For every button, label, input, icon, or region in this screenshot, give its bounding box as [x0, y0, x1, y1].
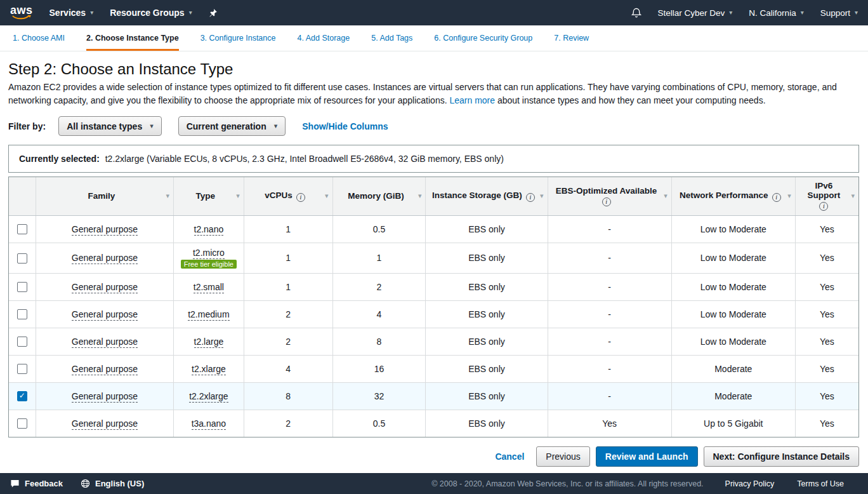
- table-row[interactable]: General purpose t2.2xlarge 8 32 EBS only…: [9, 382, 858, 410]
- instance-table-container: Family ▾ Type ▾ vCPUsi ▾ Memory (GiB) ▾: [8, 177, 859, 437]
- instance-types-dropdown[interactable]: All instance types ▾: [58, 116, 162, 136]
- cell-ipv6: Yes: [795, 243, 858, 273]
- col-header-type[interactable]: Type ▾: [174, 177, 244, 215]
- resource-groups-menu[interactable]: Resource Groups ▾: [110, 8, 192, 18]
- sort-caret-icon[interactable]: ▾: [325, 192, 329, 200]
- wizard-step[interactable]: 3. Configure Instance: [201, 25, 276, 51]
- cell-checkbox: [9, 410, 36, 437]
- row-checkbox[interactable]: [17, 337, 27, 347]
- sort-caret-icon[interactable]: ▾: [787, 192, 791, 200]
- cell-storage: EBS only: [426, 243, 548, 273]
- region-menu[interactable]: N. California ▾: [749, 8, 803, 18]
- wizard-step[interactable]: 6. Configure Security Group: [434, 25, 532, 51]
- storage-header-label: Instance Storage (GB): [432, 190, 522, 200]
- cell-memory: 0.5: [332, 215, 426, 243]
- cell-type: t2.small: [174, 273, 244, 300]
- table-row[interactable]: General purpose t2.large 2 8 EBS only - …: [9, 328, 858, 355]
- row-checkbox[interactable]: [17, 391, 27, 401]
- wizard-step[interactable]: 2. Choose Instance Type: [86, 25, 179, 51]
- cell-storage: EBS only: [426, 300, 548, 328]
- privacy-policy-link[interactable]: Privacy Policy: [725, 479, 775, 488]
- chevron-down-icon: ▾: [729, 10, 732, 16]
- generation-dropdown[interactable]: Current generation ▾: [178, 116, 286, 136]
- description-tail: about instance types and how they can me…: [497, 95, 766, 105]
- cell-vcpus: 2: [244, 300, 332, 328]
- col-header-storage[interactable]: Instance Storage (GB)i ▾: [426, 177, 548, 215]
- select-all-header: [9, 177, 36, 215]
- row-checkbox[interactable]: [17, 253, 27, 264]
- pin-icon[interactable]: [209, 8, 218, 18]
- info-icon[interactable]: i: [296, 193, 305, 202]
- wizard-step[interactable]: 4. Add Storage: [297, 25, 350, 51]
- notifications-bell-icon[interactable]: [631, 8, 641, 18]
- info-icon[interactable]: i: [602, 197, 611, 206]
- aws-logo[interactable]: aws: [10, 5, 33, 20]
- table-row[interactable]: General purpose t3a.nano 2 0.5 EBS only …: [9, 410, 858, 437]
- cell-type: t2.micro Free tier eligible: [174, 243, 244, 273]
- cell-network: Low to Moderate: [671, 215, 795, 243]
- instance-types-dropdown-value: All instance types: [67, 121, 142, 131]
- cell-family: General purpose: [36, 410, 173, 437]
- instance-table: Family ▾ Type ▾ vCPUsi ▾ Memory (GiB) ▾: [9, 177, 858, 437]
- col-header-network[interactable]: Network Performancei ▾: [671, 177, 795, 215]
- row-checkbox[interactable]: [17, 224, 27, 234]
- sort-caret-icon[interactable]: ▾: [664, 192, 667, 200]
- cell-ebs: -: [548, 300, 671, 328]
- learn-more-link[interactable]: Learn more: [449, 95, 495, 105]
- row-checkbox[interactable]: [17, 418, 27, 429]
- cell-family: General purpose: [36, 243, 173, 273]
- currently-selected-banner: Currently selected: t2.2xlarge (Variable…: [8, 145, 859, 173]
- cancel-button[interactable]: Cancel: [495, 451, 524, 462]
- cell-network: Up to 5 Gigabit: [671, 410, 795, 437]
- cell-checkbox: [9, 328, 36, 355]
- table-row[interactable]: General purpose t2.nano 1 0.5 EBS only -…: [9, 215, 858, 243]
- sort-caret-icon[interactable]: ▾: [166, 192, 170, 200]
- table-row[interactable]: General purpose t2.small 1 2 EBS only - …: [9, 273, 858, 300]
- cell-checkbox: [9, 215, 36, 243]
- instance-table-body: General purpose t2.nano 1 0.5 EBS only -…: [9, 215, 858, 437]
- wizard-step[interactable]: 7. Review: [554, 25, 589, 51]
- table-row[interactable]: General purpose t2.micro Free tier eligi…: [9, 243, 858, 273]
- terms-of-use-link[interactable]: Terms of Use: [797, 479, 844, 488]
- support-menu[interactable]: Support ▾: [820, 8, 858, 18]
- row-checkbox[interactable]: [17, 282, 27, 292]
- row-checkbox[interactable]: [17, 364, 27, 374]
- top-nav: aws Services ▾ Resource Groups ▾ Stellar…: [0, 0, 868, 25]
- sort-caret-icon[interactable]: ▾: [540, 192, 544, 200]
- account-menu[interactable]: Stellar Cyber Dev ▾: [658, 8, 733, 18]
- cell-memory: 8: [332, 328, 426, 355]
- info-icon[interactable]: i: [772, 193, 781, 202]
- sort-caret-icon[interactable]: ▾: [236, 192, 240, 200]
- col-header-family[interactable]: Family ▾: [36, 177, 173, 215]
- cell-ipv6: Yes: [795, 328, 858, 355]
- col-header-ebs[interactable]: EBS-Optimized Available i ▾: [548, 177, 671, 215]
- row-checkbox[interactable]: [17, 309, 27, 319]
- cell-network: Moderate: [671, 382, 795, 410]
- cell-ebs: Yes: [548, 410, 671, 437]
- language-selector[interactable]: English (US): [81, 479, 144, 488]
- next-configure-button[interactable]: Next: Configure Instance Details: [704, 446, 860, 467]
- table-row[interactable]: General purpose t2.medium 2 4 EBS only -…: [9, 300, 858, 328]
- sort-caret-icon[interactable]: ▾: [418, 192, 422, 200]
- previous-button[interactable]: Previous: [536, 446, 589, 467]
- feedback-label: Feedback: [25, 479, 63, 488]
- col-header-memory[interactable]: Memory (GiB) ▾: [332, 177, 426, 215]
- cell-memory: 32: [332, 382, 426, 410]
- family-value: General purpose: [72, 391, 138, 403]
- col-header-vcpus[interactable]: vCPUsi ▾: [244, 177, 332, 215]
- show-hide-columns-link[interactable]: Show/Hide Columns: [302, 121, 388, 131]
- feedback-button[interactable]: Feedback: [10, 479, 63, 488]
- cell-vcpus: 1: [244, 243, 332, 273]
- cell-storage: EBS only: [426, 382, 548, 410]
- cell-network: Moderate: [671, 355, 795, 382]
- info-icon[interactable]: i: [526, 193, 535, 202]
- sort-caret-icon[interactable]: ▾: [851, 192, 855, 200]
- col-header-ipv6[interactable]: IPv6 Support i ▾: [795, 177, 858, 215]
- services-menu[interactable]: Services ▾: [49, 8, 94, 18]
- wizard-step[interactable]: 5. Add Tags: [371, 25, 412, 51]
- table-row[interactable]: General purpose t2.xlarge 4 16 EBS only …: [9, 355, 858, 382]
- review-and-launch-button[interactable]: Review and Launch: [596, 446, 698, 467]
- wizard-step[interactable]: 1. Choose AMI: [13, 25, 65, 51]
- info-icon[interactable]: i: [819, 202, 828, 211]
- cell-storage: EBS only: [426, 273, 548, 300]
